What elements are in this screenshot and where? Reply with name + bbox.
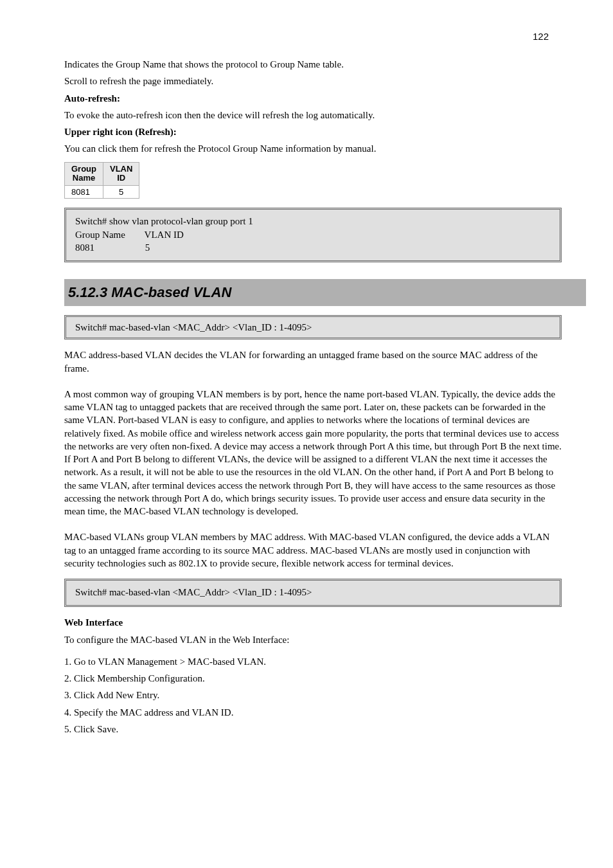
paragraph-group-name-desc: Indicates the Group Name that shows the … [64,58,562,71]
cli-command-box-2: Switch# mac-based-vlan <MAC_Addr> <Vlan_… [64,315,562,339]
section-heading-mac-based-vlan: 5.12.3 MAC-based VLAN [64,279,586,306]
cli-line: 8081 5 [75,241,551,254]
step-2: 2. Click Membership Configuration. [64,672,562,685]
paragraph-refresh-icon-desc: You can click them for refresh the Proto… [64,142,562,155]
col-header-group-name: GroupName [65,162,103,186]
group-vlan-table: GroupName VLANID 8081 5 [64,162,139,199]
step-5: 5. Click Save. [64,723,562,736]
cell-vlan-id: 5 [103,186,139,199]
cli-output-box-1: Switch# show vlan protocol-vlan group po… [64,208,562,262]
heading-auto-refresh: Auto-refresh: [64,92,562,105]
heading-refresh-icon: Upper right icon (Refresh): [64,125,562,138]
paragraph-mac-vlan-intro: MAC address-based VLAN decides the VLAN … [64,348,562,375]
cli-line: Group Name VLAN ID [75,228,551,241]
paragraph-mac-vlan-detail: A most common way of grouping VLAN membe… [64,388,562,518]
step-4: 4. Specify the MAC address and VLAN ID. [64,706,562,719]
heading-web-interface: Web Interface [64,616,562,629]
cli-line: Switch# mac-based-vlan <MAC_Addr> <Vlan_… [75,321,551,334]
cli-line: Switch# mac-based-vlan <MAC_Addr> <Vlan_… [75,586,551,599]
step-1: 1. Go to VLAN Management > MAC-based VLA… [64,655,562,668]
cli-line: Switch# show vlan protocol-vlan group po… [75,215,551,228]
paragraph-scroll-refresh: Scroll to refresh the page immediately. [64,75,562,87]
cli-command-box-3: Switch# mac-based-vlan <MAC_Addr> <Vlan_… [64,579,562,607]
step-3: 3. Click Add New Entry. [64,689,562,701]
table-row: 8081 5 [65,186,139,199]
cell-group-name: 8081 [65,186,103,199]
page-number: 122 [533,31,549,42]
paragraph-auto-refresh-desc: To evoke the auto-refresh icon then the … [64,109,562,122]
paragraph-web-intro: To configure the MAC-based VLAN in the W… [64,633,562,646]
col-header-vlan-id: VLANID [103,162,139,186]
paragraph-mac-vlan-desc2: MAC-based VLANs group VLAN members by MA… [64,530,562,570]
